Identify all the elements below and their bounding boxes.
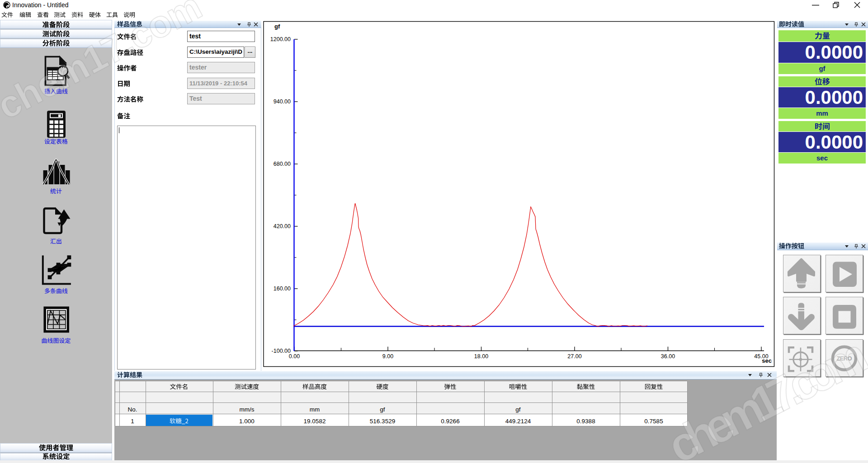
svg-text:gf: gf — [274, 23, 280, 30]
svg-text:45.00: 45.00 — [754, 353, 768, 360]
svg-text:420.00: 420.00 — [274, 223, 291, 229]
svg-text:-100.00: -100.00 — [272, 348, 291, 354]
svg-text:18.00: 18.00 — [474, 353, 488, 360]
svg-text:9.00: 9.00 — [382, 353, 393, 360]
svg-text:27.00: 27.00 — [567, 353, 581, 360]
svg-text:sec: sec — [762, 357, 772, 364]
svg-text:36.00: 36.00 — [661, 353, 675, 360]
svg-text:680.00: 680.00 — [274, 161, 291, 167]
svg-text:1200.00: 1200.00 — [270, 36, 291, 42]
svg-text:0.00: 0.00 — [289, 353, 300, 360]
svg-text:160.00: 160.00 — [274, 285, 291, 292]
svg-text:940.00: 940.00 — [274, 98, 291, 105]
